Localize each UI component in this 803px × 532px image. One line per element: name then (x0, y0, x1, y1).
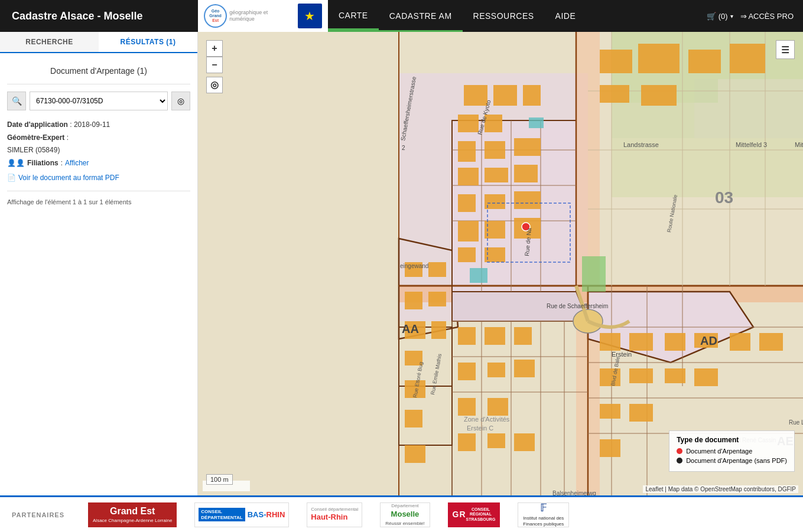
svg-rect-3 (612, 103, 694, 138)
svg-rect-4 (694, 79, 803, 138)
tab-resultats-label: RÉSULTATS (1) (121, 38, 176, 46)
svg-text:03: 03 (715, 188, 733, 207)
svg-rect-53 (487, 433, 505, 448)
svg-rect-54 (514, 433, 535, 451)
svg-rect-19 (514, 165, 538, 182)
date-value: 2018-09-11 (74, 120, 110, 129)
svg-text:Mittelfeld 3: Mittelfeld 3 (736, 141, 767, 148)
svg-rect-20 (458, 194, 476, 212)
svg-rect-9 (464, 85, 487, 106)
partner-finances[interactable]: 𝔽 Institut national des Finances publiqu… (518, 502, 569, 527)
geolocate-button[interactable]: ◎ (206, 77, 223, 93)
svg-rect-17 (458, 168, 479, 185)
partner-grand-est[interactable]: Grand Est Alsace Champagne-Ardenne Lorra… (88, 502, 177, 527)
chevron-down-icon: ▾ (730, 13, 733, 19)
legend-title: Type de document (677, 436, 787, 444)
geometre-row: Géomètre-Expert : (7, 132, 190, 145)
cart-button[interactable]: 🛒 (0) ▾ (707, 12, 733, 21)
sidebar-content: Document d'Arpentage (1) 🔍 67130-000-07/… (0, 53, 197, 216)
svg-rect-33 (730, 44, 765, 73)
geolocate-icon: ◎ (210, 80, 219, 90)
svg-rect-47 (458, 363, 476, 380)
svg-rect-56 (629, 333, 653, 351)
svg-rect-62 (629, 368, 653, 383)
brand-text: Cadastre Alsace - Moselle (12, 10, 142, 22)
finances-logo: 𝔽 Institut national des Finances publiqu… (518, 502, 569, 527)
scale-bar: 100 m (206, 474, 233, 485)
tab-recherche-label: RECHERCHE (25, 38, 73, 46)
svg-rect-65 (600, 404, 620, 419)
nav-carte-label: CARTE (339, 11, 368, 20)
svg-text:Balsenheimerwg: Balsenheimerwg (552, 490, 596, 495)
svg-rect-60 (759, 333, 783, 351)
partner-haut-rhin[interactable]: Conseil départemental Haut-Rhin (307, 502, 362, 527)
svg-rect-57 (665, 333, 685, 351)
nav-aide[interactable]: AIDE (545, 0, 587, 32)
geo-text: géographique et numérique (229, 9, 293, 22)
svg-rect-35 (428, 262, 446, 277)
svg-rect-55 (600, 333, 620, 351)
svg-rect-39 (431, 321, 446, 339)
pdf-row[interactable]: 📄 Voir le document au format PDF (7, 172, 190, 185)
svg-text:Erstein C: Erstein C (467, 425, 493, 432)
accespro-button[interactable]: ⇒ ACCÈS PRO (740, 12, 794, 21)
filiations-link-text: Afficher (65, 159, 89, 167)
geograndest-logo: GéoGrandEst géographique et numérique (204, 4, 293, 28)
partner-moselle[interactable]: Département Moselle Réussir ensemble! (380, 502, 430, 527)
svg-rect-48 (487, 363, 505, 377)
partners-label: PARTENAIRES (12, 511, 64, 518)
filiations-link[interactable]: Afficher (65, 157, 89, 170)
map-area[interactable]: Schaeffersheimerstrasse 2 Landstrasse Mi… (198, 32, 803, 495)
zoom-in-icon: + (212, 44, 217, 53)
partner-bas-rhin[interactable]: CONSEIL DÉPARTEMENTAL BAS-RHIN (194, 502, 289, 527)
locate-button[interactable]: ◎ (171, 92, 190, 110)
nav-menu: CARTE CADASTRE AM RESSOURCES AIDE (328, 0, 707, 32)
svg-rect-45 (485, 327, 505, 345)
zoom-out-icon: − (212, 60, 217, 70)
search-type-button[interactable]: 🔍 (7, 92, 26, 110)
tab-resultats[interactable]: RÉSULTATS (1) (99, 32, 197, 53)
zoom-in-button[interactable]: + (206, 40, 223, 57)
legend-item-1: Document d'Arpentage (sans PDF) (677, 457, 787, 464)
search-select[interactable]: 67130-000-07/3105D (30, 92, 168, 110)
svg-rect-44 (458, 327, 476, 345)
svg-text:Mittelf: Mittelf (795, 141, 803, 148)
pagination-text: Affichage de l'élément 1 à 1 sur 1 éléme… (7, 198, 131, 205)
nav-ressources-label: RESSOURCES (473, 11, 534, 21)
pdf-icon: 📄 (7, 172, 16, 185)
partner-conseil-regional[interactable]: GR CONSEIL RÉGIONAL STRASBOURG (448, 502, 500, 527)
map-controls: + − ◎ (206, 40, 223, 93)
doc-title-text: Document d'Arpentage (1) (50, 66, 147, 76)
layers-button[interactable]: ☰ (776, 40, 795, 59)
svg-rect-63 (665, 368, 685, 383)
svg-text:Rue Luce Autras: Rue Luce Autras (789, 419, 803, 426)
svg-rect-42 (405, 410, 422, 427)
filiations-label: Filiations (27, 157, 58, 170)
legend-label-1: Document d'Arpentage (sans PDF) (686, 457, 787, 464)
nav-cadastre[interactable]: CADASTRE AM (379, 0, 463, 32)
svg-rect-32 (688, 50, 721, 73)
svg-rect-14 (458, 141, 476, 162)
nav-ressources[interactable]: RESSOURCES (463, 0, 545, 32)
svg-rect-49 (514, 360, 535, 377)
pagination-info: Affichage de l'élément 1 à 1 sur 1 éléme… (7, 191, 190, 209)
legend-label-0: Document d'Arpentage (686, 448, 752, 455)
nav-cadastre-label: CADASTRE AM (389, 11, 452, 21)
nav-carte[interactable]: CARTE (328, 0, 379, 32)
date-label: Date d'application (7, 120, 68, 129)
svg-rect-28 (600, 50, 632, 73)
zoom-out-button[interactable]: − (206, 57, 223, 73)
date-row: Date d'application : 2018-09-11 (7, 119, 190, 132)
main-layout: RECHERCHE RÉSULTATS (1) Document d'Arpen… (0, 32, 803, 495)
geo-circle: GéoGrandEst (204, 4, 227, 28)
geometre-label: Géomètre-Expert (7, 133, 64, 142)
locate-icon: ◎ (177, 96, 184, 106)
svg-rect-16 (514, 138, 541, 156)
pdf-link-text: Voir le document au format PDF (18, 172, 119, 185)
legend-dot-red (677, 448, 682, 454)
svg-rect-50 (458, 398, 476, 416)
haut-rhin-logo: Conseil départemental Haut-Rhin (307, 502, 362, 527)
tab-recherche[interactable]: RECHERCHE (0, 32, 99, 52)
svg-rect-10 (493, 85, 517, 106)
moselle-logo: Département Moselle Réussir ensemble! (380, 502, 430, 527)
